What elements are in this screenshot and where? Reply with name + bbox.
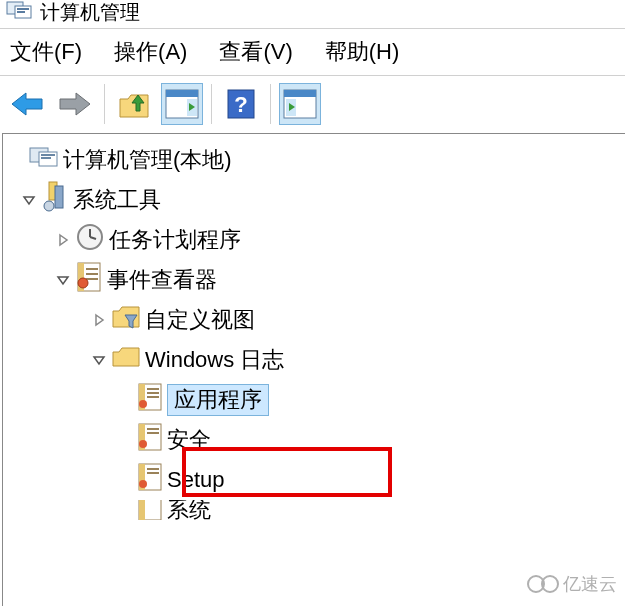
toolbar-separator bbox=[270, 84, 271, 124]
svg-rect-17 bbox=[55, 186, 63, 208]
folder-filter-icon bbox=[111, 303, 141, 337]
svg-text:?: ? bbox=[234, 92, 247, 117]
forward-button[interactable] bbox=[54, 83, 96, 125]
properties-pane-icon bbox=[165, 89, 199, 119]
svg-rect-24 bbox=[86, 268, 98, 270]
expander-open[interactable] bbox=[53, 270, 73, 290]
svg-point-27 bbox=[78, 278, 88, 288]
svg-rect-25 bbox=[86, 273, 98, 275]
log-icon bbox=[137, 382, 163, 418]
tree-node-system[interactable]: 系统 bbox=[7, 500, 625, 520]
annotation-highlight bbox=[182, 447, 392, 497]
tree-node-windows-logs[interactable]: Windows 日志 bbox=[7, 340, 625, 380]
help-button[interactable]: ? bbox=[220, 83, 262, 125]
up-folder-icon bbox=[118, 89, 150, 119]
watermark-text: 亿速云 bbox=[563, 572, 617, 596]
tree-label: 事件查看器 bbox=[107, 265, 217, 295]
toolbar: ? bbox=[0, 75, 625, 131]
clock-icon bbox=[75, 222, 105, 258]
back-button[interactable] bbox=[6, 83, 48, 125]
expander-open[interactable] bbox=[89, 350, 109, 370]
system-tools-icon bbox=[41, 180, 69, 220]
run-pane-button[interactable] bbox=[279, 83, 321, 125]
svg-rect-36 bbox=[147, 428, 159, 430]
toolbar-separator bbox=[211, 84, 212, 124]
tree-node-root[interactable]: 计算机管理(本地) bbox=[7, 140, 625, 180]
tree-label: 自定义视图 bbox=[145, 305, 255, 335]
computer-mgmt-icon bbox=[29, 144, 59, 176]
window-title: 计算机管理 bbox=[40, 0, 140, 26]
toolbar-separator bbox=[104, 84, 105, 124]
watermark: 亿速云 bbox=[527, 572, 617, 596]
tree-node-task-scheduler[interactable]: 任务计划程序 bbox=[7, 220, 625, 260]
tree-node-application[interactable]: 应用程序 bbox=[7, 380, 625, 420]
svg-rect-45 bbox=[139, 500, 145, 520]
svg-rect-31 bbox=[147, 392, 159, 394]
tree-label-selected: 应用程序 bbox=[167, 384, 269, 416]
app-icon bbox=[6, 0, 32, 26]
run-pane-icon bbox=[283, 89, 317, 119]
tree-node-event-viewer[interactable]: 事件查看器 bbox=[7, 260, 625, 300]
menu-help[interactable]: 帮助(H) bbox=[325, 37, 400, 67]
tree-node-custom-views[interactable]: 自定义视图 bbox=[7, 300, 625, 340]
svg-rect-3 bbox=[17, 11, 25, 13]
svg-rect-42 bbox=[147, 472, 159, 474]
svg-rect-30 bbox=[147, 388, 159, 390]
expander-open[interactable] bbox=[19, 190, 39, 210]
tree-label: Windows 日志 bbox=[145, 345, 284, 375]
properties-button[interactable] bbox=[161, 83, 203, 125]
folder-icon bbox=[111, 344, 141, 376]
svg-rect-37 bbox=[147, 432, 159, 434]
tree-label: 系统工具 bbox=[73, 185, 161, 215]
log-icon bbox=[137, 422, 163, 458]
svg-rect-26 bbox=[86, 278, 98, 280]
menu-file[interactable]: 文件(F) bbox=[10, 37, 82, 67]
tree-panel: 计算机管理(本地) 系统工具 任务计划程序 bbox=[2, 133, 625, 606]
back-arrow-icon bbox=[10, 91, 44, 117]
menubar: 文件(F) 操作(A) 查看(V) 帮助(H) bbox=[0, 28, 625, 75]
up-button[interactable] bbox=[113, 83, 155, 125]
tree-label: 计算机管理(本地) bbox=[63, 145, 232, 175]
svg-rect-5 bbox=[166, 90, 198, 97]
svg-rect-14 bbox=[41, 154, 55, 156]
svg-rect-2 bbox=[17, 8, 29, 10]
event-viewer-icon bbox=[75, 261, 103, 299]
tree-label: 任务计划程序 bbox=[109, 225, 241, 255]
help-icon: ? bbox=[226, 88, 256, 120]
tree-label: 系统 bbox=[167, 500, 211, 520]
svg-point-38 bbox=[139, 440, 147, 448]
svg-point-33 bbox=[139, 400, 147, 408]
titlebar: 计算机管理 bbox=[0, 0, 625, 28]
svg-rect-15 bbox=[41, 157, 51, 159]
forward-arrow-icon bbox=[58, 91, 92, 117]
svg-rect-10 bbox=[284, 90, 316, 97]
log-icon bbox=[137, 462, 163, 498]
expander-closed[interactable] bbox=[53, 230, 73, 250]
tree-node-system-tools[interactable]: 系统工具 bbox=[7, 180, 625, 220]
svg-rect-41 bbox=[147, 468, 159, 470]
svg-point-18 bbox=[44, 201, 54, 211]
menu-view[interactable]: 查看(V) bbox=[219, 37, 292, 67]
svg-point-43 bbox=[139, 480, 147, 488]
menu-action[interactable]: 操作(A) bbox=[114, 37, 187, 67]
log-icon bbox=[137, 500, 163, 520]
svg-rect-32 bbox=[147, 396, 159, 398]
expander-closed[interactable] bbox=[89, 310, 109, 330]
